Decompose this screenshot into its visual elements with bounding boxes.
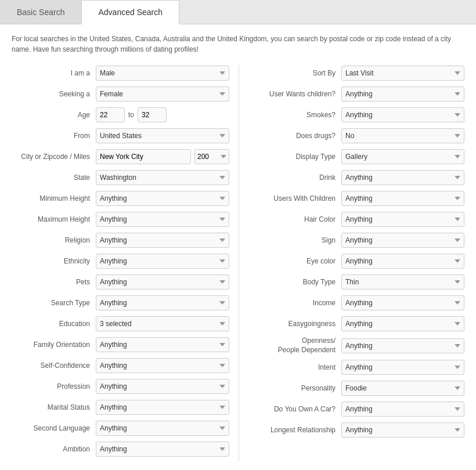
smokes-row: Smokes? Anything [248,107,464,123]
miles-select[interactable]: 20050100500 [194,149,229,164]
search-type-select[interactable]: Anything [96,295,229,310]
personality-row: Personality FoodieAnything [248,380,464,396]
personality-select[interactable]: FoodieAnything [341,381,464,396]
longest-relationship-label: Longest Relationship [248,426,341,434]
sort-by-label: Sort By [248,69,341,77]
does-drugs-label: Does drugs? [248,132,341,140]
right-column: Sort By Last VisitNewestDistance User Wa… [248,65,464,462]
family-orientation-label: Family Orientation [12,341,96,349]
info-text: For local searches in the United States,… [12,34,464,55]
drink-label: Drink [248,173,341,182]
smokes-select[interactable]: Anything [341,107,464,122]
second-language-select[interactable]: Anything [96,421,229,436]
display-type-label: Display Type [248,153,341,161]
min-height-select[interactable]: Anything [96,191,229,206]
education-row: Education 3 selectedAnything [12,316,229,332]
pets-select[interactable]: Anything [96,274,229,290]
age-to-text: to [128,111,134,119]
education-select[interactable]: 3 selectedAnything [96,316,229,331]
does-drugs-select[interactable]: NoAnythingYes [341,128,464,143]
religion-select[interactable]: Anything [96,233,229,248]
longest-relationship-row: Longest Relationship Anything [248,422,464,438]
ethnicity-row: Ethnicity Anything [12,253,229,269]
ambition-select[interactable]: Anything [96,442,229,457]
easygoingness-select[interactable]: Anything [341,316,464,331]
education-label: Education [12,320,96,328]
wants-children-label: User Wants children? [248,90,341,98]
tabs-container: Basic Search Advanced Search [0,0,476,24]
eye-color-label: Eye color [248,257,341,265]
search-type-label: Search Type [12,299,96,307]
longest-relationship-select[interactable]: Anything [341,422,464,438]
income-select[interactable]: Anything [341,295,464,310]
wants-children-select[interactable]: Anything [341,86,464,102]
marital-status-select[interactable]: Anything [96,400,229,415]
body-type-label: Body Type [248,278,341,286]
profession-row: Profession Anything [12,378,229,395]
own-car-select[interactable]: Anything [341,402,464,417]
age-inputs: to [96,107,229,122]
from-select[interactable]: United StatesCanadaAustralia [96,128,229,143]
city-inputs: 20050100500 [96,149,229,164]
age-to-input[interactable] [138,107,167,122]
display-type-select[interactable]: GalleryList [341,149,464,164]
i-am-select[interactable]: MaleFemale [96,66,229,81]
tab-basic[interactable]: Basic Search [0,0,81,24]
from-label: From [12,132,96,140]
marital-status-row: Marital Status Anything [12,399,229,415]
age-from-input[interactable] [96,107,125,122]
religion-row: Religion Anything [12,232,229,248]
hair-color-row: Hair Color Anything [248,211,464,227]
hair-color-select[interactable]: Anything [341,212,464,227]
ethnicity-label: Ethnicity [12,257,96,265]
city-input[interactable] [96,149,191,164]
drink-row: Drink Anything [248,169,464,186]
sign-label: Sign [248,236,341,244]
seeking-select[interactable]: FemaleMale [96,86,229,102]
min-height-label: Minimum Height [12,194,96,203]
second-language-label: Second Language [12,424,96,432]
openness-row: Openness/People Dependent Anything [248,337,464,355]
intent-select[interactable]: Anything [341,360,464,375]
main-content: For local searches in the United States,… [0,24,476,470]
from-row: From United StatesCanadaAustralia [12,128,229,144]
second-language-row: Second Language Anything [12,420,229,436]
i-am-label: I am a [12,69,96,77]
intent-row: Intent Anything [248,359,464,375]
column-divider [239,65,239,462]
max-height-select[interactable]: Anything [96,212,229,227]
easygoingness-row: Easygoingness Anything [248,316,464,332]
form-grid: I am a MaleFemale Seeking a FemaleMale A… [12,65,464,462]
profession-select[interactable]: Anything [96,379,229,394]
body-type-row: Body Type ThinAnythingAthletic [248,274,464,290]
eye-color-select[interactable]: Anything [341,254,464,269]
self-confidence-select[interactable]: Anything [96,358,229,373]
age-row: Age to [12,107,229,123]
income-label: Income [248,299,341,307]
smokes-label: Smokes? [248,111,341,119]
drink-select[interactable]: Anything [341,170,464,185]
sort-by-row: Sort By Last VisitNewestDistance [248,65,464,81]
intent-label: Intent [248,363,341,371]
family-orientation-select[interactable]: Anything [96,337,229,352]
openness-label: Openness/People Dependent [248,337,341,355]
min-height-row: Minimum Height Anything [12,190,229,207]
tab-advanced[interactable]: Advanced Search [81,0,179,24]
users-children-select[interactable]: Anything [341,191,464,206]
search-type-row: Search Type Anything [12,295,229,311]
self-confidence-label: Self-Confidence [12,361,96,370]
state-select[interactable]: WashingtonCaliforniaNew York [96,170,229,185]
max-height-label: Maximum Height [12,215,96,223]
easygoingness-label: Easygoingness [248,320,341,328]
ambition-label: Ambition [12,445,96,453]
wants-children-row: User Wants children? Anything [248,86,464,102]
users-children-label: Users With Children [248,194,341,203]
sign-select[interactable]: Anything [341,233,464,248]
body-type-select[interactable]: ThinAnythingAthletic [341,274,464,290]
left-column: I am a MaleFemale Seeking a FemaleMale A… [12,65,229,462]
state-label: State [12,173,96,182]
i-am-row: I am a MaleFemale [12,65,229,81]
sort-by-select[interactable]: Last VisitNewestDistance [341,66,464,81]
openness-select[interactable]: Anything [341,338,464,353]
ethnicity-select[interactable]: Anything [96,254,229,269]
